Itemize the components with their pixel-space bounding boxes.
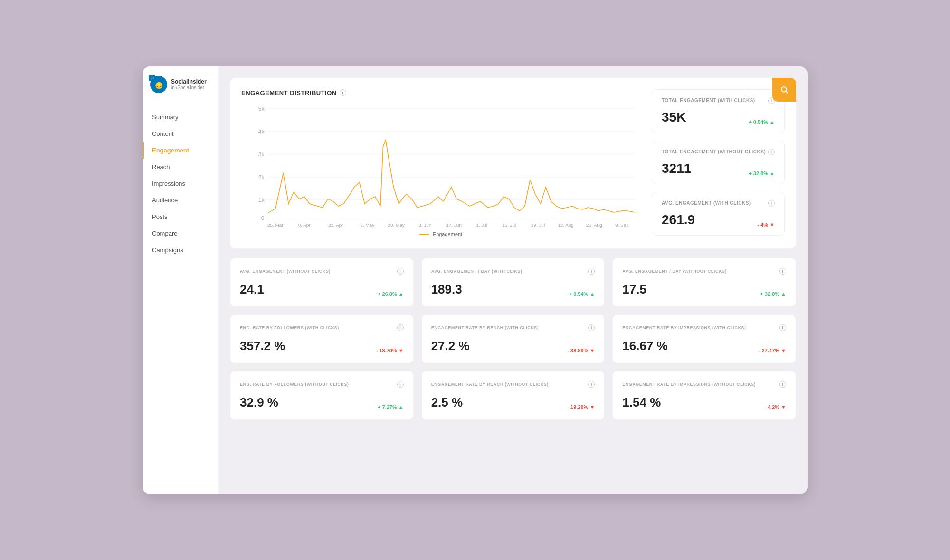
stat-title-avg-eng-day-no-clicks: AVG. ENGAGEMENT / DAY (WITHOUT CLICKS) i bbox=[622, 268, 786, 275]
metric-value-avg-engagement-clicks: 261.9 bbox=[662, 212, 695, 228]
sidebar-item-campaigns[interactable]: Campaigns bbox=[142, 242, 218, 258]
sidebar-item-reach[interactable]: Reach bbox=[142, 159, 218, 175]
metric-change-total-engagement-no-clicks: + 32.8% ▲ bbox=[749, 171, 775, 176]
stat-row-avg-eng-day-clicks: 189.3 + 0.54% ▲ bbox=[431, 282, 595, 297]
stat-row-eng-rate-reach-clicks: 27.2 % - 38.89% ▼ bbox=[431, 339, 595, 353]
stat-info-icon-7[interactable]: i bbox=[397, 381, 404, 388]
stat-row-eng-rate-impressions-no-clicks: 1.54 % - 4.2% ▼ bbox=[622, 395, 786, 410]
stat-info-icon-2[interactable]: i bbox=[588, 268, 595, 275]
metric-card-avg-engagement-clicks: AVG. ENGAGEMENT (WITH CLICKS) i 261.9 - … bbox=[652, 192, 785, 236]
stat-change-eng-rate-reach-clicks: - 38.89% ▼ bbox=[567, 348, 595, 353]
svg-text:3k: 3k bbox=[258, 152, 265, 157]
chart-wrapper: 5k 4k 3k 2k 1k 0 25. Mar 8. Apr 22. Apr … bbox=[241, 104, 640, 228]
profile-info: Socialinsider in /Socialinsider bbox=[171, 78, 207, 90]
avatar: in 😊 bbox=[150, 76, 167, 93]
stat-change-eng-rate-impressions-no-clicks: - 4.2% ▼ bbox=[764, 404, 786, 410]
stat-info-icon-3[interactable]: i bbox=[779, 268, 786, 275]
stat-title-eng-rate-impressions-clicks: ENGAGEMENT RATE BY IMPRESSIONS (WITH CLI… bbox=[622, 324, 786, 331]
engagement-chart: 5k 4k 3k 2k 1k 0 25. Mar 8. Apr 22. Apr … bbox=[241, 104, 640, 228]
stat-title-eng-rate-followers-no-clicks: ENG. RATE BY FOLLOWERS (WITHOUT CLICKS) … bbox=[240, 381, 404, 388]
metric-card-total-engagement-clicks: TOTAL ENGAGEMENT (WITH CLICKS) i 35K + 0… bbox=[652, 89, 785, 133]
metric-info-icon-2[interactable]: i bbox=[768, 149, 775, 155]
stat-value-avg-eng-day-no-clicks: 17.5 bbox=[622, 282, 646, 297]
sidebar-item-posts[interactable]: Posts bbox=[142, 209, 218, 225]
stat-row-eng-rate-impressions-clicks: 16.67 % - 27.47% ▼ bbox=[622, 339, 786, 353]
metric-row-1: 35K + 0.54% ▲ bbox=[662, 110, 775, 125]
metric-title-avg-engagement-clicks: AVG. ENGAGEMENT (WITH CLICKS) i bbox=[662, 200, 775, 207]
stat-info-icon-1[interactable]: i bbox=[397, 268, 404, 275]
stat-card-avg-eng-day-no-clicks: AVG. ENGAGEMENT / DAY (WITHOUT CLICKS) i… bbox=[612, 258, 796, 307]
stat-info-icon-6[interactable]: i bbox=[779, 324, 786, 331]
svg-text:9. Sep: 9. Sep bbox=[615, 222, 629, 227]
stat-card-avg-eng-no-clicks: AVG. ENGAGEMENT (WITHOUT CLICKS) i 24.1 … bbox=[230, 258, 414, 307]
app-container: in 😊 Socialinsider in /Socialinsider Sum… bbox=[142, 66, 808, 494]
svg-text:17. Jun: 17. Jun bbox=[446, 222, 462, 227]
stat-change-avg-eng-no-clicks: + 26.8% ▲ bbox=[378, 291, 404, 297]
stats-grid-row3: ENG. RATE BY FOLLOWERS (WITHOUT CLICKS) … bbox=[230, 371, 796, 420]
metric-value-total-engagement-no-clicks: 3211 bbox=[662, 161, 691, 176]
stat-row-eng-rate-followers-no-clicks: 32.9 % + 7.27% ▲ bbox=[240, 395, 404, 410]
metric-info-icon-3[interactable]: i bbox=[768, 200, 775, 207]
svg-text:26. Aug: 26. Aug bbox=[586, 222, 602, 227]
svg-point-0 bbox=[781, 87, 787, 92]
metric-title-total-engagement-clicks: TOTAL ENGAGEMENT (WITH CLICKS) i bbox=[662, 97, 775, 104]
sidebar: in 😊 Socialinsider in /Socialinsider Sum… bbox=[142, 66, 218, 494]
svg-text:0: 0 bbox=[261, 215, 265, 220]
stat-change-avg-eng-day-clicks: + 0.54% ▲ bbox=[569, 291, 595, 297]
search-button[interactable] bbox=[772, 78, 796, 102]
stat-change-eng-rate-followers-clicks: - 18.79% ▼ bbox=[376, 348, 404, 353]
stat-card-eng-rate-followers-no-clicks: ENG. RATE BY FOLLOWERS (WITHOUT CLICKS) … bbox=[230, 371, 414, 420]
svg-text:22. Apr: 22. Apr bbox=[328, 222, 343, 227]
stat-change-eng-rate-reach-no-clicks: - 19.28% ▼ bbox=[567, 404, 595, 410]
svg-text:4k: 4k bbox=[258, 129, 265, 134]
stat-row-eng-rate-reach-no-clicks: 2.5 % - 19.28% ▼ bbox=[431, 395, 595, 410]
sidebar-item-summary[interactable]: Summary bbox=[142, 109, 218, 125]
sidebar-item-audience[interactable]: Audience bbox=[142, 192, 218, 209]
stat-value-eng-rate-reach-no-clicks: 2.5 % bbox=[431, 395, 463, 410]
chart-info-icon[interactable]: i bbox=[340, 89, 346, 96]
svg-text:20. May: 20. May bbox=[388, 222, 405, 227]
sidebar-nav: Summary Content Engagement Reach Impress… bbox=[142, 109, 218, 258]
svg-text:25. Mar: 25. Mar bbox=[267, 222, 284, 227]
stat-value-avg-eng-no-clicks: 24.1 bbox=[240, 282, 264, 297]
svg-text:1k: 1k bbox=[258, 197, 265, 202]
svg-text:15. Jul: 15. Jul bbox=[502, 222, 516, 227]
stat-info-icon-5[interactable]: i bbox=[588, 324, 595, 331]
stat-row-avg-eng-no-clicks: 24.1 + 26.8% ▲ bbox=[240, 282, 404, 297]
svg-text:1. Jul: 1. Jul bbox=[476, 222, 487, 227]
stat-title-avg-eng-day-clicks: AVG. ENGAGEMENT / DAY (WITH CLIKS) i bbox=[431, 268, 595, 275]
svg-text:2k: 2k bbox=[258, 174, 265, 180]
metric-row-2: 3211 + 32.8% ▲ bbox=[662, 161, 775, 176]
chart-legend: Engagement bbox=[241, 231, 640, 237]
stat-info-icon-9[interactable]: i bbox=[779, 381, 786, 388]
sidebar-item-content[interactable]: Content bbox=[142, 125, 218, 142]
stat-info-icon-4[interactable]: i bbox=[397, 324, 404, 331]
stat-info-icon-8[interactable]: i bbox=[588, 381, 595, 388]
stat-value-eng-rate-followers-clicks: 357.2 % bbox=[240, 339, 285, 353]
stats-grid-row1: AVG. ENGAGEMENT (WITHOUT CLICKS) i 24.1 … bbox=[230, 258, 796, 307]
stat-value-eng-rate-followers-no-clicks: 32.9 % bbox=[240, 395, 278, 410]
svg-text:5k: 5k bbox=[258, 106, 265, 111]
metric-value-total-engagement-clicks: 35K bbox=[662, 110, 686, 125]
stat-card-eng-rate-impressions-no-clicks: ENGAGEMENT RATE BY IMPRESSIONS (WITHOUT … bbox=[612, 371, 796, 420]
metric-change-total-engagement-clicks: + 0.54% ▲ bbox=[749, 119, 775, 125]
stat-card-eng-rate-followers-clicks: ENG. RATE BY FOLLOWERS (WITH CLICKS) i 3… bbox=[230, 314, 414, 363]
stat-value-eng-rate-impressions-no-clicks: 1.54 % bbox=[622, 395, 661, 410]
stat-title-eng-rate-reach-clicks: ENGAGEMENT RATE BY REACH (WITH CLICKS) i bbox=[431, 324, 595, 331]
linkedin-badge: in bbox=[149, 75, 155, 81]
stat-title-eng-rate-reach-no-clicks: ENGAGEMENT RATE BY REACH (WITHOUT CLICKS… bbox=[431, 381, 595, 388]
svg-text:8. Apr: 8. Apr bbox=[298, 222, 311, 227]
stat-value-eng-rate-impressions-clicks: 16.67 % bbox=[622, 339, 667, 353]
stat-card-eng-rate-impressions-clicks: ENGAGEMENT RATE BY IMPRESSIONS (WITH CLI… bbox=[612, 314, 796, 363]
sidebar-item-compare[interactable]: Compare bbox=[142, 225, 218, 242]
stat-change-eng-rate-followers-no-clicks: + 7.27% ▲ bbox=[378, 404, 404, 410]
stat-row-avg-eng-day-no-clicks: 17.5 + 32.8% ▲ bbox=[622, 282, 786, 297]
profile-name: Socialinsider bbox=[171, 78, 207, 85]
stat-row-eng-rate-followers-clicks: 357.2 % - 18.79% ▼ bbox=[240, 339, 404, 353]
sidebar-item-impressions[interactable]: Impressions bbox=[142, 175, 218, 192]
stat-value-eng-rate-reach-clicks: 27.2 % bbox=[431, 339, 470, 353]
sidebar-item-engagement[interactable]: Engagement bbox=[142, 142, 218, 159]
svg-text:3. Jun: 3. Jun bbox=[418, 222, 431, 227]
profile-handle: in /Socialinsider bbox=[171, 85, 207, 90]
chart-area: ENGAGEMENT DISTRIBUTION i 5k 4k bbox=[241, 89, 640, 237]
